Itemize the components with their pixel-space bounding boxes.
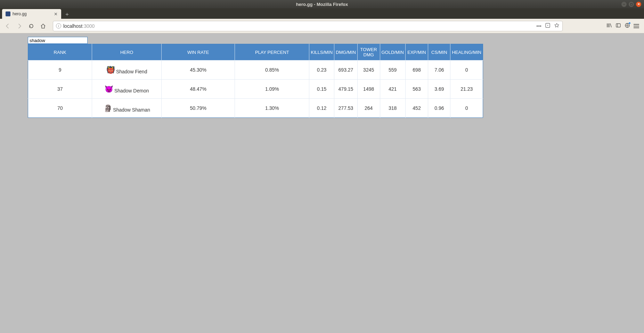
cell-healing_min: 21.23	[450, 80, 483, 99]
col-kills-min[interactable]: KILLS/MIN	[309, 44, 334, 60]
tab-close-icon[interactable]: ✕	[54, 11, 58, 17]
col-cs-min[interactable]: CS/MIN	[428, 44, 450, 60]
table-header-row: RANK HERO WIN RATE PLAY PERCENT KILLS/MI…	[28, 44, 483, 60]
cell-tower_dmg: 1498	[357, 80, 380, 99]
cell-tower_dmg: 3245	[357, 60, 380, 80]
window-titlebar: hero.gg - Mozilla Firefox – ◻ ✕	[0, 0, 644, 8]
sidebar-icon[interactable]	[616, 23, 621, 29]
table-row[interactable]: 70🗿Shadow Shaman50.79%1.30%0.12277.53264…	[28, 99, 483, 118]
cell-gold_min: 421	[380, 80, 405, 99]
toolbar-right-icons	[606, 23, 641, 29]
cell-rank: 70	[28, 99, 92, 118]
col-hero[interactable]: HERO	[92, 44, 162, 60]
page-viewport: RANK HERO WIN RATE PLAY PERCENT KILLS/MI…	[0, 33, 644, 333]
window-close-button[interactable]: ✕	[636, 2, 641, 7]
cell-kills_min: 0.23	[309, 60, 334, 80]
cell-win_rate: 48.47%	[162, 80, 235, 99]
cell-tower_dmg: 264	[357, 99, 380, 118]
hero-name: Shadow Demon	[114, 88, 149, 94]
url-text: localhost:3000	[63, 23, 95, 29]
hero-stats-table: RANK HERO WIN RATE PLAY PERCENT KILLS/MI…	[28, 44, 483, 118]
cell-dmg_min: 277.53	[334, 99, 358, 118]
hamburger-icon	[634, 24, 639, 28]
cell-win_rate: 50.79%	[162, 99, 235, 118]
col-tower-dmg[interactable]: TOWER DMG	[357, 44, 380, 60]
home-button[interactable]	[38, 21, 48, 31]
cell-dmg_min: 479.15	[334, 80, 358, 99]
hero-name: Shadow Fiend	[116, 69, 147, 74]
hero-search-input[interactable]	[28, 37, 88, 44]
hero-icon: 🗿	[103, 104, 112, 113]
urlbar-actions: •••	[536, 23, 560, 29]
cell-hero: 👹Shadow Fiend	[92, 60, 162, 80]
browser-navbar: i localhost:3000 •••	[0, 19, 644, 33]
cell-exp_min: 698	[405, 60, 428, 80]
window-minimize-button[interactable]: –	[621, 2, 627, 7]
bookmark-icon[interactable]	[554, 23, 560, 29]
cell-exp_min: 563	[405, 80, 428, 99]
cell-cs_min: 0.96	[428, 99, 450, 118]
col-play-percent[interactable]: PLAY PERCENT	[235, 44, 309, 60]
hero-icon: 😈	[105, 84, 114, 94]
col-healing-min[interactable]: HEALING/MIN	[450, 44, 483, 60]
col-dmg-min[interactable]: DMG/MIN	[334, 44, 358, 60]
browser-tab[interactable]: hero.gg ✕	[2, 9, 61, 19]
cell-play_percent: 1.30%	[235, 99, 309, 118]
window-title: hero.gg - Mozilla Firefox	[296, 2, 348, 7]
url-host: localhost	[63, 23, 82, 29]
cell-hero: 😈Shadow Demon	[92, 80, 162, 99]
cell-rank: 37	[28, 80, 92, 99]
hero-name: Shadow Shaman	[113, 107, 150, 113]
col-gold-min[interactable]: GOLD/MIN	[380, 44, 405, 60]
table-row[interactable]: 37😈Shadow Demon48.47%1.09%0.15479.151498…	[28, 80, 483, 99]
cell-play_percent: 0.85%	[235, 60, 309, 80]
col-exp-min[interactable]: EXP/MIN	[405, 44, 428, 60]
cell-cs_min: 3.69	[428, 80, 450, 99]
reload-icon	[28, 23, 34, 29]
reload-button[interactable]	[26, 21, 36, 31]
window-controls: – ◻ ✕	[621, 2, 644, 7]
browser-tabstrip: hero.gg ✕ ＋	[0, 8, 644, 19]
content: RANK HERO WIN RATE PLAY PERCENT KILLS/MI…	[28, 37, 483, 118]
arrow-left-icon	[5, 23, 10, 29]
cell-kills_min: 0.15	[309, 80, 334, 99]
cell-kills_min: 0.12	[309, 99, 334, 118]
col-win-rate[interactable]: WIN RATE	[162, 44, 235, 60]
svg-point-1	[547, 25, 548, 26]
cell-cs_min: 7.06	[428, 60, 450, 80]
hero-icon: 👹	[106, 65, 115, 74]
cell-healing_min: 0	[450, 99, 483, 118]
arrow-right-icon	[17, 23, 22, 29]
cell-rank: 9	[28, 60, 92, 80]
menu-button[interactable]	[634, 24, 639, 28]
cell-exp_min: 452	[405, 99, 428, 118]
cell-win_rate: 45.30%	[162, 60, 235, 80]
tab-favicon-icon	[6, 11, 10, 16]
cell-gold_min: 559	[380, 60, 405, 80]
new-tab-button[interactable]: ＋	[63, 10, 72, 19]
tab-title: hero.gg	[13, 11, 52, 16]
page-actions-icon[interactable]: •••	[536, 23, 541, 29]
cell-gold_min: 318	[380, 99, 405, 118]
table-row[interactable]: 9👹Shadow Fiend45.30%0.85%0.23693.2732455…	[28, 60, 483, 80]
forward-button[interactable]	[15, 21, 24, 31]
window-maximize-button[interactable]: ◻	[629, 2, 634, 7]
reader-mode-icon[interactable]	[545, 23, 551, 29]
cell-dmg_min: 693.27	[334, 60, 358, 80]
cell-hero: 🗿Shadow Shaman	[92, 99, 162, 118]
url-bar[interactable]: i localhost:3000 •••	[53, 21, 563, 31]
cell-healing_min: 0	[450, 60, 483, 80]
col-rank[interactable]: RANK	[28, 44, 92, 60]
url-port: :3000	[82, 23, 95, 29]
svg-rect-2	[616, 24, 620, 27]
site-info-icon[interactable]: i	[56, 23, 61, 29]
extension-icon[interactable]	[625, 23, 630, 29]
library-icon[interactable]	[606, 23, 612, 29]
home-icon	[40, 23, 46, 29]
back-button[interactable]	[3, 21, 13, 31]
cell-play_percent: 1.09%	[235, 80, 309, 99]
